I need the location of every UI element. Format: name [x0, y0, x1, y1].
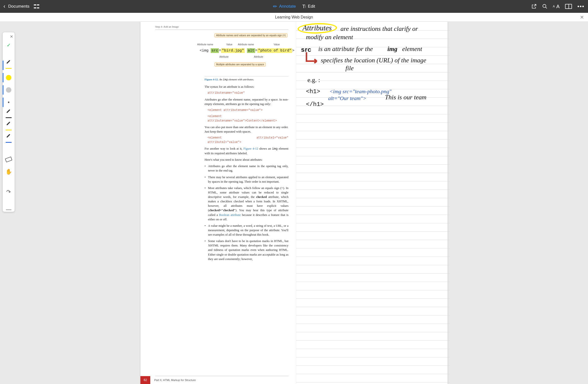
reading-view-icon[interactable]	[565, 4, 572, 9]
color-gray[interactable]	[3, 84, 15, 96]
more-icon[interactable]: •••	[577, 3, 585, 10]
pencil-icon: ✎	[272, 3, 279, 10]
label-value-1: Value	[226, 43, 232, 46]
figure-number: Figure 4-12.	[205, 78, 219, 81]
para-1: The syntax for an attribute is as follow…	[205, 85, 289, 89]
fig-text-a: An	[219, 78, 223, 81]
para-3: You can also put more than one attribute…	[205, 125, 289, 134]
note-code-img: <img src="team-photo.png"	[329, 88, 391, 95]
code-4: <element attribute1="value" attribute2="…	[208, 136, 289, 144]
note-line-2: modify an element	[306, 34, 353, 41]
grid-icon	[34, 4, 39, 9]
palette-close-icon[interactable]: ✕	[10, 34, 13, 39]
code-src: src	[211, 48, 219, 53]
label-attribute-2: Attribute	[254, 56, 263, 58]
p4a: For another way to look at it,	[205, 147, 243, 150]
note-img: img	[387, 45, 397, 53]
label-attr-name-1: Attribute name	[197, 43, 213, 46]
li3b: checked	[256, 195, 267, 199]
font-size-icon[interactable]: AA	[553, 4, 560, 9]
code-suffix: >	[292, 49, 294, 53]
page-right-notes[interactable]: Attributes are instructions that clarify…	[296, 22, 450, 384]
confirm-button[interactable]: ✓	[3, 39, 15, 51]
code-3: <element attributename="value">Content</…	[208, 114, 289, 123]
check-icon: ✓	[7, 42, 11, 48]
hand-icon: ✋	[5, 169, 12, 175]
edit-label: Edit	[308, 4, 315, 9]
fig-text-b: element with attributes.	[228, 78, 254, 81]
p4mono: img	[272, 147, 278, 151]
search-icon[interactable]	[542, 4, 547, 9]
note-line-3d: element	[402, 45, 422, 53]
document-title-bar: Learning Web Design ✕	[0, 13, 588, 22]
edit-tab[interactable]: T| Edit	[302, 4, 315, 9]
dot-icon	[8, 101, 9, 103]
code-1: attributename="value"	[208, 91, 289, 95]
arrow-icon	[304, 51, 319, 66]
page-body: The syntax for an attribute is as follow…	[205, 85, 289, 261]
boolean-link[interactable]: Boolean attribute	[219, 213, 241, 217]
swatch-icon	[6, 87, 11, 93]
note-line-1b: are instructions that clarify or	[340, 25, 418, 33]
close-icon[interactable]: ✕	[580, 14, 584, 20]
note-code-h1-close: </h1>	[306, 101, 324, 108]
note-line-3b: is an attribute for the	[318, 45, 373, 53]
label-value-2: Value	[274, 43, 280, 46]
pen-icon	[6, 112, 12, 117]
eraser-icon	[5, 156, 12, 162]
step-header: Step 4: Add an Image	[155, 24, 289, 29]
hand-tool[interactable]: ✋	[3, 166, 15, 178]
library-button[interactable]	[34, 4, 39, 9]
code-altval: "photo of bird"	[257, 48, 292, 53]
chevron-left-icon: ‹	[3, 3, 5, 10]
attribute-diagram: Attribute names and values are separated…	[200, 33, 289, 75]
callout-bottom: Multiple attributes are separated by a s…	[214, 62, 266, 67]
list-item: There may be several attributes applied …	[205, 175, 289, 184]
code-alt: alt	[247, 48, 255, 53]
note-code-h1-open: <h1>	[306, 88, 320, 95]
label-attribute-1: Attribute	[219, 56, 229, 58]
pen-highlight[interactable]	[3, 121, 15, 133]
lined-paper	[296, 22, 450, 384]
eraser-tool[interactable]	[3, 153, 15, 166]
undo-button[interactable]: ↶	[3, 186, 15, 198]
workspace: Step 4: Add an Image Attribute names and…	[0, 22, 588, 384]
annotate-label: Annotate	[279, 4, 296, 9]
pen-tool[interactable]	[3, 59, 15, 72]
note-code-alt: alt="Our team">	[328, 95, 366, 101]
para-4: For another way to look at it, Figure 4-…	[205, 146, 289, 155]
color-yellow[interactable]	[3, 72, 15, 84]
tool-palette[interactable]: ✕ ✓ ✋ ↶	[2, 32, 15, 212]
code-eq2: =	[255, 49, 257, 53]
page-footer: 62 Part II, HTML Markup for Structure	[140, 376, 296, 384]
header-rule	[155, 30, 289, 30]
figure-link[interactable]: Figure 4-12	[243, 147, 258, 150]
note-line-4b: file	[345, 65, 354, 72]
note-code-text: This is our team	[385, 94, 426, 101]
swatch-icon	[6, 75, 11, 80]
note-word-attributes: Attributes	[302, 24, 332, 32]
footer-text: Part II, HTML Markup for Structure	[154, 379, 196, 382]
diagram-code: <img src="bird.jpg" alt="photo of bird">	[200, 49, 294, 53]
undo-icon: ↶	[6, 189, 11, 195]
li3d: checked="checked"	[209, 209, 235, 212]
share-icon[interactable]	[531, 4, 537, 9]
back-button[interactable]: ‹ Documents	[3, 3, 29, 10]
code-prefix: <img	[200, 49, 211, 53]
pen-blue[interactable]	[3, 133, 15, 145]
pen-icon	[6, 124, 12, 130]
annotate-tab[interactable]: ✎ Annotate	[273, 3, 296, 9]
figure-caption: Figure 4-12. An img element with attribu…	[205, 78, 289, 81]
page-spread: Step 4: Add an Image Attribute names and…	[140, 22, 448, 384]
code-eq1: =	[219, 49, 221, 53]
stroke-size[interactable]	[3, 96, 15, 108]
list-item: A value might be a number, a word, a str…	[205, 224, 289, 237]
code-srcval: "bird.jpg"	[221, 48, 245, 53]
list-item: Attributes go after the element name in …	[205, 164, 289, 173]
label-attr-name-2: Attribute name	[238, 43, 254, 46]
attribute-list: Attributes go after the element name in …	[205, 164, 289, 261]
pen-black[interactable]	[3, 108, 15, 121]
page-number-badge: 62	[140, 376, 150, 384]
fig-mono: img	[223, 78, 228, 81]
drag-handle-icon[interactable]	[6, 209, 11, 210]
